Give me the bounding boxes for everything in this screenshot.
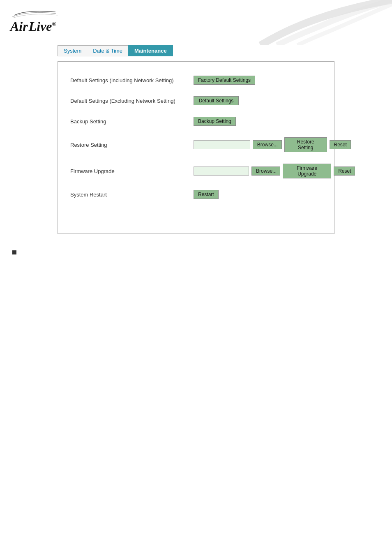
controls-default-including: Factory Default Settings bbox=[194, 76, 255, 85]
logo: Air Live® bbox=[10, 6, 60, 34]
restore-setting-button[interactable]: Restore Setting bbox=[284, 137, 327, 152]
logo-live-text: Live® bbox=[29, 19, 56, 34]
navigation-tabs: System Date & Time Maintenance bbox=[0, 45, 392, 56]
firmware-reset-button[interactable]: Reset bbox=[334, 166, 355, 176]
logo-brand: Air Live® bbox=[10, 19, 60, 34]
tab-system[interactable]: System bbox=[58, 45, 87, 56]
firmware-browse-button[interactable]: Browse... bbox=[251, 166, 280, 176]
row-backup: Backup Setting Backup Setting bbox=[70, 111, 322, 132]
factory-default-button[interactable]: Factory Default Settings bbox=[194, 76, 255, 85]
firmware-upgrade-button[interactable]: Firmware Upgrade bbox=[283, 164, 331, 178]
firmware-file-input[interactable] bbox=[194, 166, 249, 176]
label-restart: System Restart bbox=[70, 192, 194, 198]
tab-date-time[interactable]: Date & Time bbox=[87, 45, 128, 56]
controls-backup: Backup Setting bbox=[194, 117, 236, 126]
row-default-including: Default Settings (Including Network Sett… bbox=[70, 70, 322, 90]
row-restore: Restore Setting Browse... Restore Settin… bbox=[70, 132, 322, 158]
row-default-excluding: Default Settings (Excluding Network Sett… bbox=[70, 90, 322, 111]
controls-restart: Restart bbox=[194, 190, 219, 199]
logo-registered-symbol: ® bbox=[52, 21, 56, 27]
default-settings-button[interactable]: Default Settings bbox=[194, 96, 239, 105]
row-restart: System Restart Restart bbox=[70, 184, 322, 205]
backup-setting-button[interactable]: Backup Setting bbox=[194, 117, 236, 126]
tab-maintenance[interactable]: Maintenance bbox=[128, 45, 173, 56]
header-decoration bbox=[219, 0, 392, 45]
restore-reset-button[interactable]: Reset bbox=[330, 140, 351, 149]
label-firmware: Firmware Upgrade bbox=[70, 168, 194, 174]
header: Air Live® bbox=[0, 0, 392, 45]
label-default-including: Default Settings (Including Network Sett… bbox=[70, 77, 194, 83]
logo-swoosh-icon bbox=[10, 6, 60, 18]
row-firmware: Firmware Upgrade Browse... Firmware Upgr… bbox=[70, 158, 322, 184]
logo-air-text: Air bbox=[10, 19, 28, 34]
header-curves-svg bbox=[219, 0, 392, 45]
controls-firmware: Browse... Firmware Upgrade Reset bbox=[194, 164, 355, 178]
restore-browse-button[interactable]: Browse... bbox=[253, 140, 282, 149]
restore-file-input[interactable] bbox=[194, 140, 250, 149]
main-content: Default Settings (Including Network Sett… bbox=[58, 61, 334, 234]
label-backup: Backup Setting bbox=[70, 118, 194, 125]
controls-default-excluding: Default Settings bbox=[194, 96, 239, 105]
label-restore: Restore Setting bbox=[70, 142, 194, 148]
restart-button[interactable]: Restart bbox=[194, 190, 219, 199]
bullet-point bbox=[12, 250, 16, 254]
controls-restore: Browse... Restore Setting Reset bbox=[194, 137, 351, 152]
label-default-excluding: Default Settings (Excluding Network Sett… bbox=[70, 98, 194, 104]
